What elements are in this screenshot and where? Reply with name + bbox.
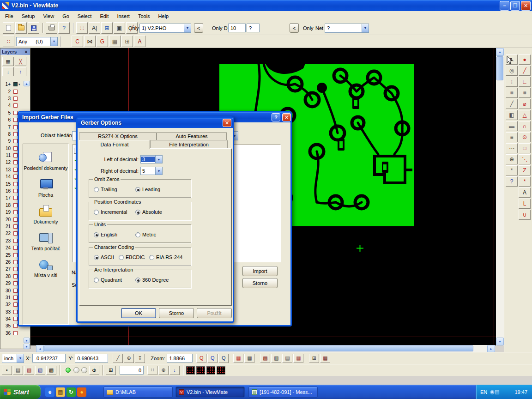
update-icon[interactable]: ◉ (490, 389, 495, 395)
radio-option[interactable]: ASCII (94, 254, 114, 260)
layer-color-swatch[interactable] (13, 210, 18, 214)
down-arrow-icon[interactable]: ↓ (169, 366, 180, 375)
grid-display-icon[interactable]: ▦ (2, 57, 14, 66)
menu-item-setup[interactable]: Setup (18, 12, 39, 20)
menu-item-tools[interactable]: Tools (134, 12, 154, 20)
snap-origin-icon[interactable]: ⊕ (158, 366, 169, 375)
horizontal-scroll-thumb[interactable] (44, 345, 473, 351)
unit-combo[interactable]: inch ▼ (2, 354, 24, 363)
layer-color-swatch[interactable] (13, 139, 18, 143)
import-button[interactable]: Import (242, 266, 278, 276)
open-file-icon[interactable] (15, 22, 27, 34)
layer-color-swatch[interactable] (13, 239, 18, 243)
layer-up-icon[interactable]: ↑ (15, 67, 26, 76)
layer-color-swatch[interactable] (13, 260, 18, 264)
layer-color-swatch[interactable] (13, 153, 18, 157)
layer-select-combo[interactable]: 1) V2.PHO ▼ (139, 24, 191, 33)
radio-leading[interactable] (135, 187, 140, 192)
pattern-red-dots3-icon[interactable] (206, 366, 215, 375)
radio-english[interactable] (94, 232, 99, 237)
vertical-scroll-thumb[interactable] (496, 56, 503, 80)
ie-icon[interactable]: e (45, 387, 54, 397)
layer-color-swatch[interactable] (13, 281, 18, 285)
chevron-down-icon[interactable]: ▼ (50, 37, 57, 46)
place-my-computer[interactable]: Tento počítač (24, 228, 68, 255)
layers-panel-header[interactable]: Layers × (0, 48, 30, 55)
draw-rect-icon[interactable]: □ (519, 143, 531, 153)
close-icon[interactable]: ✕ (521, 1, 531, 11)
measure-diagonal-icon[interactable]: ╱ (113, 354, 123, 363)
radio-quadrant[interactable] (94, 278, 99, 283)
layer-color-swatch[interactable] (13, 246, 18, 250)
anchor-icon[interactable]: ↧ (135, 354, 145, 363)
layer-color-swatch[interactable] (13, 253, 18, 257)
layer-color-swatch[interactable] (13, 103, 18, 108)
cancel-button[interactable]: Storno (242, 278, 278, 288)
menu-item-go[interactable]: Go (58, 12, 73, 20)
minimize-icon[interactable]: – (500, 1, 509, 11)
grid-mixed-icon[interactable]: ▩ (260, 354, 270, 363)
target-icon[interactable]: ⊕ (506, 154, 518, 164)
right-decimal-combo[interactable]: 5 ▼ (140, 167, 163, 175)
language-indicator[interactable]: EN (480, 389, 487, 395)
pan-tool-icon[interactable]: ↕ (506, 77, 518, 87)
explorer-icon[interactable]: ▤ (56, 387, 65, 397)
layer-color-swatch[interactable] (13, 224, 18, 229)
place-network-places[interactable]: Místa v síti (24, 255, 68, 282)
grid-black-icon[interactable]: ▥ (271, 354, 281, 363)
layer-color-swatch[interactable] (13, 231, 18, 236)
layer-row[interactable]: 2 (1, 88, 23, 95)
radio-option[interactable]: EBCDIC (119, 254, 145, 260)
chevron-down-icon[interactable]: ▼ (155, 167, 162, 175)
dot-grid-icon[interactable]: ∷ (147, 366, 157, 375)
prev-net-button[interactable]: < (290, 23, 299, 33)
l-shape-icon[interactable]: L (519, 199, 531, 209)
layer-color-swatch[interactable] (13, 132, 18, 136)
tab-rs274-x-options[interactable]: RS274-X Options (79, 132, 157, 140)
menu-item-insert[interactable]: Insert (113, 12, 134, 20)
chevron-down-icon[interactable]: ▼ (17, 354, 24, 363)
scroll-right-icon[interactable]: ► (487, 345, 495, 352)
layer-color-swatch[interactable] (13, 196, 18, 200)
goto-icon[interactable]: ⊞ (101, 22, 113, 34)
layer-color-swatch[interactable] (13, 118, 18, 122)
dcode-ring-icon[interactable]: ◎ (506, 66, 518, 76)
gerber-dialog-titlebar[interactable]: Gerber Options (78, 118, 233, 128)
draw-line-icon[interactable]: ╱ (519, 66, 531, 76)
layer-color-swatch[interactable] (13, 175, 18, 179)
radio-option[interactable]: Leading (135, 187, 160, 192)
start-button[interactable]: Start (0, 385, 41, 399)
left-decimal-combo[interactable]: 3 ▼ (140, 155, 163, 163)
layer-row[interactable]: 1+▾ (1, 81, 23, 88)
scroll-down2-icon[interactable]: ▼ (24, 344, 30, 349)
radio-360-degree[interactable] (135, 278, 140, 283)
lamp1-icon[interactable] (73, 367, 79, 373)
grid-mode-icon[interactable]: ∷ (3, 36, 14, 47)
circle-tool-icon[interactable]: C (72, 36, 83, 47)
u-shape-icon[interactable]: ∪ (519, 210, 531, 220)
draw-triangle-icon[interactable]: △ (519, 110, 531, 120)
dcode-query-input[interactable]: ? (247, 24, 260, 32)
scroll-up-icon[interactable]: ▲ (24, 81, 30, 86)
layer-row[interactable]: 3 (1, 95, 23, 102)
pattern-red-dots2-icon[interactable] (196, 366, 205, 375)
place-documents[interactable]: Dokumenty (24, 201, 68, 228)
tab-auto-features[interactable]: Auto Features (157, 132, 227, 140)
diag-measure-icon[interactable]: ╱ (506, 99, 518, 109)
layer-color-swatch[interactable] (13, 125, 18, 129)
grid-fine-icon[interactable]: ▤ (282, 354, 292, 363)
scroll-up-icon[interactable]: ▲ (496, 48, 504, 56)
help-tool-icon[interactable]: ? (506, 176, 518, 187)
ellipsis-icon[interactable]: ⋯ (506, 143, 518, 153)
zoom-input[interactable]: 1.8866 (167, 354, 193, 363)
gear-icon[interactable]: * (506, 165, 518, 175)
grid-dark-icon[interactable]: ▦ (244, 354, 254, 363)
restore-icon[interactable]: ❐ (510, 1, 520, 11)
draw-mode-icon[interactable]: ▪ (2, 366, 12, 375)
lamp2-icon[interactable] (81, 367, 87, 373)
film-red-icon[interactable]: ▨ (24, 366, 34, 375)
taskbar-task[interactable]: D:\MLAB (103, 387, 173, 398)
layer-color-swatch[interactable] (13, 331, 18, 335)
chevron-down-icon[interactable]: ▼ (155, 156, 162, 163)
layer-color-swatch[interactable] (13, 267, 18, 271)
